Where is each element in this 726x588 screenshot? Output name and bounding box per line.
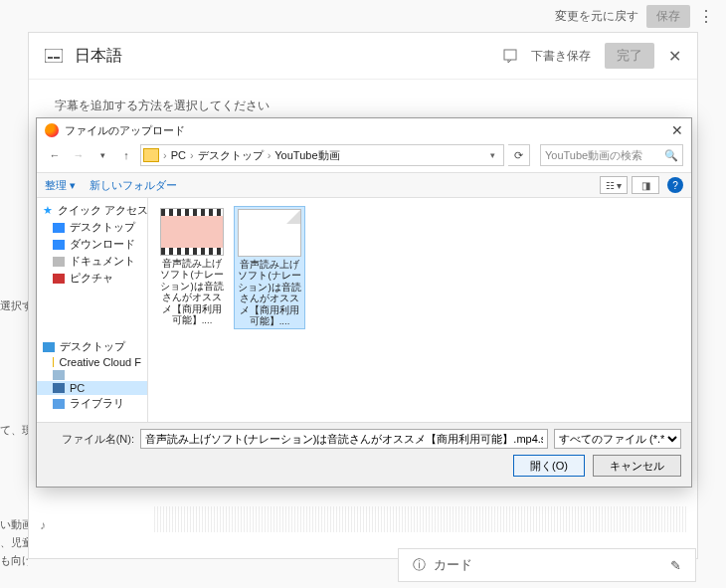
subtitle-icon [45,49,63,63]
file-name: 音声読み上げソフト(ナレーション)は音読さんがオススメ【商用利用可能】.... [237,259,302,326]
recent-dropdown-icon[interactable]: ▾ [92,145,112,165]
file-item-video[interactable]: 音声読み上げソフト(ナレーション)は音読さんがオススメ【商用利用可能】.... [156,206,228,327]
save-draft-link[interactable]: 下書き保存 [531,48,591,65]
firefox-icon [45,123,59,137]
organize-menu[interactable]: 整理 ▾ [45,178,76,193]
video-thumbnail-icon [160,208,224,256]
address-dropdown-icon[interactable]: ▾ [486,150,499,160]
sidebar-creative-cloud[interactable]: Creative Cloud F [37,355,147,369]
search-icon: 🔍 [664,149,678,162]
close-icon[interactable]: ✕ [668,47,681,66]
file-name: 音声読み上げソフト(ナレーション)は音読さんがオススメ【商用利用可能】.... [158,258,226,325]
sidebar-quick-access[interactable]: ★クイック アクセス [37,202,147,219]
file-upload-dialog: ファイルのアップロード ✕ ← → ▾ ↑ › PC › デスクトップ › Yo… [36,117,692,488]
up-button[interactable]: ↑ [116,145,136,165]
generic-file-icon [238,209,301,257]
dialog-title-bar: ファイルのアップロード ✕ [37,118,691,142]
file-item-srt[interactable]: 音声読み上げソフト(ナレーション)は音読さんがオススメ【商用利用可能】.... [234,206,305,329]
help-icon[interactable]: ? [667,177,683,193]
info-icon: ⓘ [413,557,426,572]
forward-button: → [69,145,89,165]
kebab-menu-icon[interactable]: ⋮ [698,7,714,26]
sidebar-desktop-root[interactable]: デスクトップ [37,338,147,355]
dialog-close-icon[interactable]: ✕ [671,122,683,138]
dialog-toolbar: 整理 ▾ 新しいフォルダー ☷ ▾ ◨ ? [37,172,691,198]
crumb-pc[interactable]: PC [171,149,186,161]
sidebar-library[interactable]: ライブラリ [37,395,147,412]
dialog-bottom: ファイル名(N): すべてのファイル (*.*) 開く(O) キャンセル [37,422,691,487]
folder-icon [143,148,159,162]
sidebar-downloads[interactable]: ダウンロード [37,236,147,253]
crumb-folder[interactable]: YouTube動画 [274,148,339,163]
preview-pane-button[interactable]: ◨ [632,176,659,194]
dialog-nav-bar: ← → ▾ ↑ › PC › デスクトップ › YouTube動画 ▾ ⟳ Yo… [37,142,691,172]
sidebar-user[interactable] [37,369,147,381]
panel-title: 日本語 [75,46,122,67]
view-mode-button[interactable]: ☷ ▾ [600,176,628,194]
music-note-icon: ♪ [40,518,46,532]
open-button[interactable]: 開く(O) [513,455,585,477]
left-cropped-text: 選択す て、現 い動画 、児童 も向け [0,298,28,571]
sidebar-documents[interactable]: ドキュメント [37,253,147,270]
file-type-filter[interactable]: すべてのファイル (*.*) [554,429,681,449]
save-button[interactable]: 保存 [646,5,690,28]
address-bar[interactable]: › PC › デスクトップ › YouTube動画 ▾ [140,144,504,166]
audio-waveform[interactable] [154,506,686,532]
file-list[interactable]: 音声読み上げソフト(ナレーション)は音読さんがオススメ【商用利用可能】.... … [148,198,691,422]
pencil-icon[interactable]: ✎ [670,558,681,573]
refresh-button[interactable]: ⟳ [508,144,530,166]
cancel-button[interactable]: キャンセル [593,455,681,477]
sidebar-tree: ★クイック アクセス デスクトップ ダウンロード ドキュメント ピクチャ デスク… [37,198,148,422]
sidebar-pc[interactable]: PC [37,381,147,395]
filename-label: ファイル名(N): [47,432,134,447]
sidebar-desktop[interactable]: デスクトップ [37,219,147,236]
new-folder-button[interactable]: 新しいフォルダー [90,178,177,193]
svg-rect-3 [504,50,516,60]
done-button[interactable]: 完了 [605,43,654,69]
dialog-title: ファイルのアップロード [65,123,185,138]
search-placeholder: YouTube動画の検索 [545,148,642,163]
svg-rect-2 [54,57,60,59]
app-top-toolbar: 変更を元に戻す 保存 ⋮ [0,0,726,32]
back-button[interactable]: ← [45,145,65,165]
feedback-icon[interactable] [503,49,517,63]
panel-header: 日本語 下書き保存 完了 ✕ [29,33,697,80]
filename-input[interactable] [140,429,548,449]
cards-accordion[interactable]: ⓘカード ✎ [398,548,696,582]
svg-rect-1 [48,57,53,59]
search-field[interactable]: YouTube動画の検索 🔍 [540,144,683,166]
undo-changes-link[interactable]: 変更を元に戻す [555,8,638,25]
sidebar-pictures[interactable]: ピクチャ [37,270,147,287]
cards-label: カード [434,557,472,572]
svg-rect-0 [45,49,63,63]
crumb-desktop[interactable]: デスクトップ [198,148,264,163]
